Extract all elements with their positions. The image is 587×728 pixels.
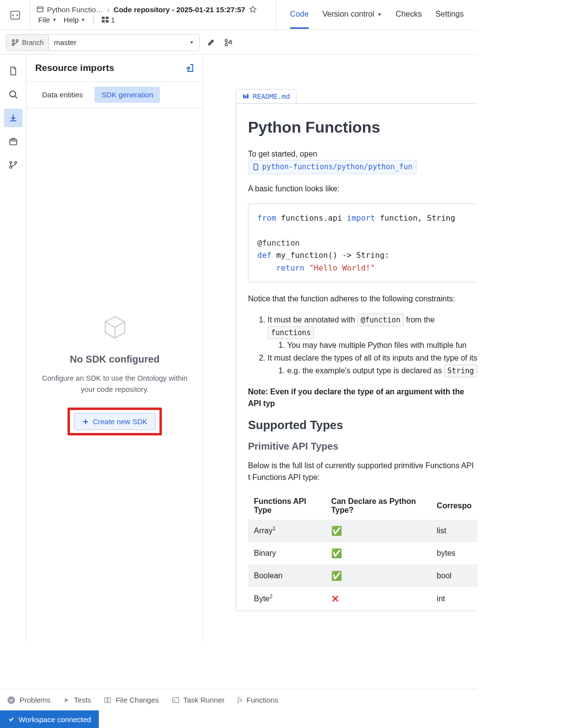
- tab-checks[interactable]: Checks: [396, 1, 422, 29]
- type-name: Byte2: [248, 587, 325, 611]
- main-editor: README.md Python Functions To get starte…: [203, 55, 477, 641]
- cube-icon: [101, 314, 129, 341]
- branch-name: master: [49, 38, 184, 46]
- table-row: Array1✅list: [248, 520, 477, 542]
- rail-package-icon[interactable]: [4, 132, 23, 151]
- svg-rect-2: [102, 17, 105, 19]
- types-table: Functions API Type Can Declare as Python…: [248, 492, 477, 611]
- branch-bar: Branch master ▼: [0, 30, 477, 55]
- type-name: Array1: [248, 520, 325, 542]
- svg-point-8: [16, 40, 18, 42]
- type-declare: ✕: [325, 587, 431, 611]
- markdown-icon: [242, 93, 249, 100]
- empty-heading: No SDK configured: [70, 354, 159, 365]
- readme-notice: Notice that the function adheres to the …: [248, 293, 477, 305]
- top-center: Python Functio… › Code repository - 2025…: [30, 0, 276, 30]
- code-chip: @function: [357, 314, 404, 326]
- svg-point-9: [225, 39, 227, 42]
- left-rail: [0, 55, 26, 641]
- top-bar: Python Functio… › Code repository - 2025…: [0, 0, 477, 30]
- caret-down-icon: ▼: [377, 12, 382, 17]
- readme-h3: Primitive API Types: [248, 441, 477, 452]
- menu-views-count[interactable]: 1: [99, 15, 117, 25]
- resource-tabs: Data entities SDK generation: [26, 82, 203, 108]
- branch-actions: [206, 38, 233, 47]
- svg-rect-19: [247, 94, 248, 98]
- resource-empty-state: No SDK configured Configure an SDK to us…: [26, 108, 203, 641]
- breadcrumb-current[interactable]: Code repository - 2025-01-21 15:27:57: [113, 5, 245, 14]
- svg-rect-13: [10, 139, 17, 145]
- resource-panel: Resource imports Data entities SDK gener…: [26, 55, 203, 641]
- svg-rect-5: [106, 20, 109, 23]
- table-header: Can Declare as Python Type?: [325, 492, 431, 520]
- rail-search-icon[interactable]: [4, 85, 23, 104]
- tab-sdk-generation[interactable]: SDK generation: [94, 87, 160, 103]
- readme-intro2: A basic function looks like:: [248, 183, 477, 195]
- branch-icon: [11, 39, 19, 46]
- type-py: bytes: [431, 542, 477, 565]
- readme-note: Note: Even if you declare the type of an…: [248, 386, 477, 410]
- branch-label: Branch: [6, 35, 49, 50]
- type-name: Boolean: [248, 565, 325, 587]
- caret-down-icon: ▼: [52, 17, 57, 23]
- tab-settings[interactable]: Settings: [435, 1, 464, 29]
- readme-h1: Python Functions: [248, 118, 477, 136]
- type-declare: ✅: [325, 565, 431, 587]
- code-chip: String: [444, 364, 477, 377]
- type-py: bool: [431, 565, 477, 587]
- table-row: Binary✅bytes: [248, 542, 477, 565]
- resource-title: Resource imports: [35, 63, 114, 73]
- tab-version-control[interactable]: Version control▼: [322, 1, 382, 29]
- svg-rect-4: [102, 20, 105, 23]
- create-new-sdk-button[interactable]: Create new SDK: [74, 413, 156, 430]
- file-tab-readme[interactable]: README.md: [236, 89, 296, 103]
- breadcrumb-sep-icon: ›: [107, 5, 110, 14]
- code-chip: functions: [268, 326, 314, 339]
- table-row: Boolean✅bool: [248, 565, 477, 587]
- body: Resource imports Data entities SDK gener…: [0, 55, 477, 641]
- app-logo-cell: [0, 0, 30, 30]
- menu-file[interactable]: File▼: [36, 15, 59, 25]
- type-py: int: [431, 587, 477, 611]
- file-icon: [252, 163, 259, 170]
- svg-rect-3: [106, 17, 109, 19]
- edit-icon[interactable]: [206, 38, 215, 47]
- file-link[interactable]: python-functions/python/python_fun: [248, 160, 417, 174]
- divider: |: [92, 16, 94, 24]
- tab-data-entities[interactable]: Data entities: [35, 87, 90, 103]
- list-item: e.g. the example's output type is declar…: [287, 364, 477, 377]
- tab-code[interactable]: Code: [290, 1, 309, 29]
- svg-point-10: [225, 44, 227, 46]
- empty-desc: Configure an SDK to use the Ontology wit…: [41, 373, 188, 395]
- star-icon[interactable]: [249, 5, 257, 13]
- new-branch-icon[interactable]: [224, 38, 233, 47]
- breadcrumb-parent[interactable]: Python Functio…: [36, 5, 103, 14]
- menubar: File▼ Help▼ | 1: [36, 15, 270, 25]
- svg-point-12: [10, 91, 16, 97]
- repo-icon: [36, 5, 44, 13]
- svg-point-16: [15, 161, 17, 163]
- readme-h2: Supported Types: [248, 418, 477, 432]
- rail-file-icon[interactable]: [4, 62, 23, 80]
- code-block: from functions.api import function, Stri…: [248, 204, 477, 283]
- list-item: It must be annotated with @function from…: [268, 314, 477, 352]
- rail-imports-icon[interactable]: [4, 109, 23, 127]
- type-name: Binary: [248, 542, 325, 565]
- import-icon[interactable]: [185, 64, 194, 72]
- svg-point-6: [12, 40, 14, 42]
- table-row: Byte2✕int: [248, 587, 477, 611]
- svg-rect-1: [37, 7, 43, 12]
- menu-help[interactable]: Help▼: [62, 15, 88, 25]
- svg-rect-18: [245, 95, 247, 98]
- type-py: list: [431, 520, 477, 542]
- rail-branch-icon[interactable]: [4, 156, 23, 174]
- breadcrumb: Python Functio… › Code repository - 2025…: [36, 5, 270, 14]
- branch-selector[interactable]: Branch master ▼: [6, 34, 200, 51]
- table-header: Functions API Type: [248, 492, 325, 520]
- svg-point-14: [10, 161, 12, 163]
- table-header: Correspo: [431, 492, 477, 520]
- list-item: You may have multiple Python files with …: [287, 339, 477, 352]
- readme-tdesc: Below is the full list of currently supp…: [248, 460, 477, 483]
- type-declare: ✅: [325, 520, 431, 542]
- svg-point-11: [229, 41, 232, 44]
